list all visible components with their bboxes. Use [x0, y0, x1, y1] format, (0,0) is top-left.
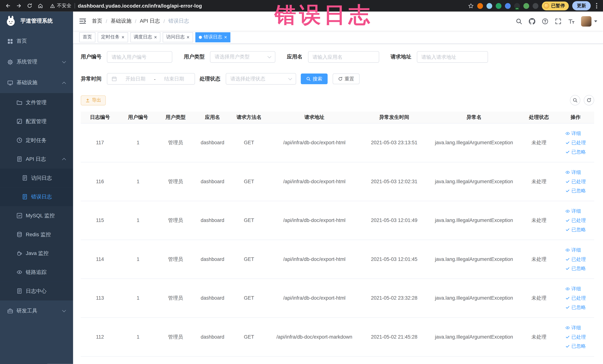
close-icon[interactable]: ×: [154, 35, 157, 40]
sidebar-item-file[interactable]: 文件管理: [0, 93, 73, 112]
close-icon[interactable]: ×: [122, 35, 125, 40]
refresh-table-button[interactable]: [584, 95, 594, 105]
filter-app-name: 应用名: [287, 51, 379, 63]
close-icon[interactable]: ×: [187, 35, 190, 40]
select-placeholder: 请选择用户类型: [215, 53, 250, 60]
row-action-processed[interactable]: 已处理: [565, 255, 586, 263]
browser-menu-icon[interactable]: [594, 3, 599, 9]
request-url-input[interactable]: [417, 51, 488, 63]
extension-icon[interactable]: on: [514, 3, 520, 9]
back-button[interactable]: [4, 1, 12, 10]
smiley-icon: [544, 3, 549, 9]
extension-icon[interactable]: [496, 3, 501, 9]
table-row: 1131管理员dashboardGET/api/infra/db-doc/exp…: [81, 279, 594, 317]
sidebar-item-label: 日志中心: [26, 288, 46, 294]
toggle-search-button[interactable]: [570, 95, 580, 105]
row-action-ignored[interactable]: 已忽略: [565, 186, 586, 195]
sidebar-item-redis[interactable]: Redis 监控: [0, 225, 73, 244]
row-action-processed[interactable]: 已处理: [565, 138, 586, 147]
browser-update-button[interactable]: 更新: [572, 1, 591, 10]
search-icon[interactable]: [516, 18, 522, 24]
user-id-input[interactable]: [107, 51, 172, 63]
sidebar-item-label: 首页: [16, 38, 27, 45]
export-button[interactable]: 导出: [81, 95, 106, 105]
fontsize-icon[interactable]: [568, 18, 574, 24]
row-action-ignored[interactable]: 已忽略: [565, 303, 586, 312]
extension-icon[interactable]: [533, 3, 538, 9]
row-action-processed[interactable]: 已处理: [565, 177, 586, 186]
tab-1[interactable]: 定时任务×: [98, 32, 128, 42]
user-type-select[interactable]: 请选择用户类型: [210, 51, 276, 63]
help-icon[interactable]: [542, 18, 548, 24]
tab-3[interactable]: 访问日志×: [163, 32, 193, 42]
address-bar[interactable]: 不安全 dashboard.yudao.iocoder.cn/infra/log…: [50, 2, 202, 9]
gear-icon: [7, 59, 13, 65]
row-action-ignored[interactable]: 已忽略: [565, 225, 586, 234]
table-cell: 117: [81, 123, 119, 162]
user-menu[interactable]: [581, 16, 597, 26]
fullscreen-icon[interactable]: [555, 18, 561, 24]
action-label: 详细: [571, 207, 581, 215]
table-cell: /api/infra/db-doc/export-html: [267, 240, 361, 279]
sidebar-item-log-center[interactable]: 日志中心: [0, 282, 73, 301]
row-action-processed[interactable]: 已处理: [565, 294, 586, 302]
url-text[interactable]: dashboard.yudao.iocoder.cn/infra/log/api…: [78, 3, 202, 9]
tab-0[interactable]: 首页: [79, 32, 95, 42]
row-action-detail[interactable]: 详细: [565, 207, 581, 215]
sidebar-item-job[interactable]: 定时任务: [0, 131, 73, 150]
row-action-ignored[interactable]: 已忽略: [565, 342, 586, 350]
date-range-picker[interactable]: 开始日期 - 结束日期: [107, 73, 195, 84]
extension-icon[interactable]: [487, 3, 492, 9]
back-icon: [5, 3, 11, 9]
sidebar-item-infra[interactable]: 基础设施: [0, 72, 73, 93]
sidebar-item-system[interactable]: 系统管理: [0, 52, 73, 72]
home-button[interactable]: [36, 1, 45, 10]
row-action-ignored[interactable]: 已忽略: [565, 148, 586, 156]
extension-icon[interactable]: [505, 3, 511, 9]
row-action-processed[interactable]: 已处理: [565, 332, 586, 341]
sidebar-toggle-icon[interactable]: [79, 17, 86, 25]
sidebar-item-error-log[interactable]: 错误日志: [0, 187, 73, 206]
tab-2[interactable]: 调度日志×: [130, 32, 160, 42]
breadcrumb-item[interactable]: 基础设施: [111, 18, 131, 24]
row-action-processed[interactable]: 已处理: [565, 216, 586, 224]
paused-extension-badge[interactable]: 已暂停: [542, 1, 569, 10]
warning-icon: [50, 3, 55, 8]
sidebar-item-mysql[interactable]: MySQL 监控: [0, 206, 73, 225]
sidebar-item-access-log[interactable]: 访问日志: [0, 169, 73, 188]
table-cell: /api/infra/db-doc/export-html: [267, 123, 361, 162]
row-action-ignored[interactable]: 已忽略: [565, 264, 586, 273]
reload-button[interactable]: [25, 1, 34, 10]
sidebar-item-api-log[interactable]: API 日志: [0, 150, 73, 169]
extension-icon[interactable]: [477, 3, 483, 9]
breadcrumb-separator: /: [135, 18, 136, 24]
row-action-detail[interactable]: 详细: [565, 129, 581, 138]
app-name-input[interactable]: [308, 51, 379, 63]
process-status-select[interactable]: 请选择处理状态: [226, 73, 296, 84]
close-icon[interactable]: ×: [224, 35, 227, 40]
app-logo[interactable]: 芋道管理系统: [0, 12, 73, 31]
actions-cell: 详细已处理已忽略: [557, 201, 594, 240]
site-security[interactable]: 不安全: [50, 2, 71, 9]
sidebar-item-trace[interactable]: 链路追踪: [0, 263, 73, 282]
search-button[interactable]: 搜索: [301, 73, 327, 84]
tab-4[interactable]: 错误日志×: [195, 32, 231, 42]
avatar[interactable]: [581, 16, 591, 26]
breadcrumb-item[interactable]: 首页: [92, 18, 102, 24]
reset-button[interactable]: 重置: [333, 73, 359, 84]
row-action-detail[interactable]: 详细: [565, 284, 581, 293]
check-icon: [565, 140, 570, 145]
forward-button[interactable]: [15, 1, 23, 10]
annotation-error-log: 错误日志: [275, 1, 373, 30]
row-action-detail[interactable]: 详细: [565, 168, 581, 176]
row-action-detail[interactable]: 详细: [565, 323, 581, 332]
sidebar-item-dev-tools[interactable]: 研发工具: [0, 300, 73, 321]
breadcrumb-item[interactable]: API 日志: [140, 18, 160, 24]
extension-icon[interactable]: [523, 3, 529, 9]
github-icon[interactable]: [529, 18, 535, 24]
bookmark-star-icon[interactable]: [468, 3, 474, 9]
row-action-detail[interactable]: 详细: [565, 246, 581, 254]
sidebar-item-java[interactable]: Java 监控: [0, 244, 73, 263]
sidebar-item-home[interactable]: 首页: [0, 31, 73, 52]
sidebar-item-config[interactable]: 配置管理: [0, 112, 73, 131]
